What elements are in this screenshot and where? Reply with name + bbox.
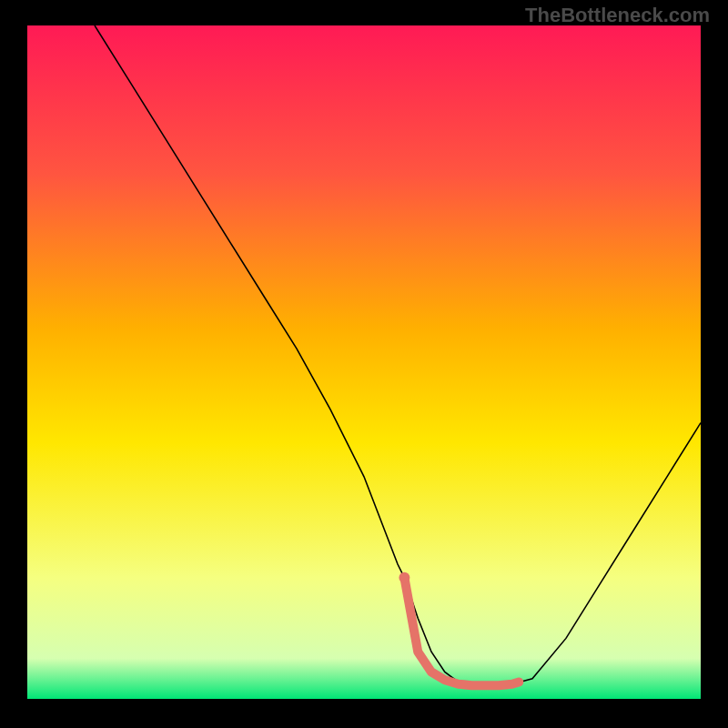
plot-area: [27, 25, 701, 699]
attribution-watermark: TheBottleneck.com: [525, 4, 710, 27]
chart-container: TheBottleneck.com: [0, 0, 728, 728]
chart-svg: [27, 25, 701, 699]
gradient-background: [27, 25, 701, 699]
optimal-start-dot: [399, 572, 410, 583]
